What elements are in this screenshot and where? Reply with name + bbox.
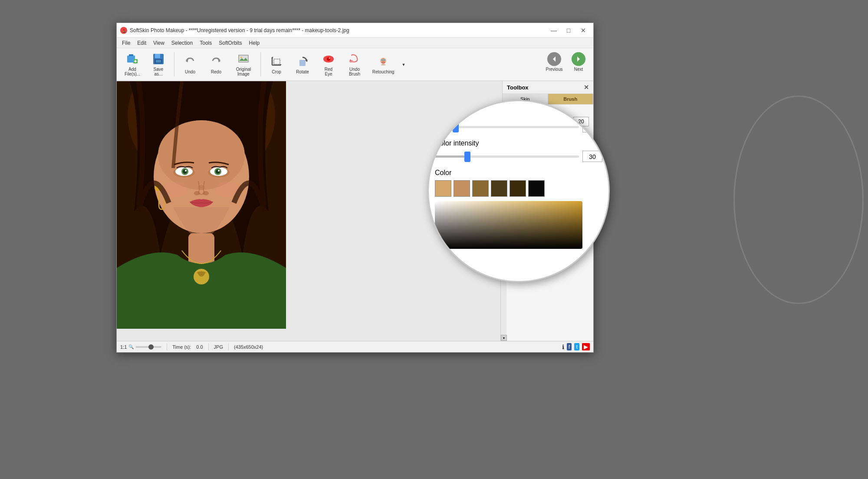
menu-edit[interactable]: Edit [134,39,150,47]
add-files-button[interactable]: Add File(s)... [120,50,145,78]
save-as-button[interactable]: Save as... [146,50,171,78]
app-icon: 💄 [120,27,127,34]
original-image-button[interactable]: Original Image [230,50,257,78]
mag-swatch-2[interactable] [454,180,470,197]
add-files-label: Add File(s)... [125,67,140,76]
mag-radius-slider[interactable] [435,126,579,128]
image-dimensions: (435x650x24) [234,344,263,350]
time-value: 0.0 [196,344,203,350]
mag-color-label: Color [435,169,602,177]
status-icons: ℹ f t ▶ [562,343,590,350]
menu-help[interactable]: Help [246,39,263,47]
svg-point-29 [384,59,385,61]
scroll-down-button[interactable]: ▼ [501,335,507,341]
facebook-icon[interactable]: f [567,343,572,350]
redo-button[interactable]: Redo [204,50,228,78]
menu-bar: File Edit View Selection Tools SoftOrbit… [117,38,593,48]
youtube-icon[interactable]: ▶ [582,343,590,350]
red-eye-button[interactable]: Red Eye [316,50,341,78]
svg-point-28 [381,59,383,61]
status-sep-3 [228,344,229,350]
svg-point-46 [218,170,220,172]
svg-rect-6 [155,54,160,58]
svg-marker-31 [577,56,580,62]
toolbar: Add File(s)... Save as... [117,48,593,81]
retouching-button[interactable]: Retouching [368,50,398,78]
zoom-icon: 🔍 [128,344,134,349]
red-eye-icon [322,52,335,66]
close-button[interactable]: ✕ [577,26,590,35]
status-sep-1 [167,344,167,350]
svg-marker-30 [553,56,556,62]
menu-tools[interactable]: Tools [196,39,215,47]
mag-swatch-5[interactable] [510,180,526,197]
prev-circle-icon [547,52,561,66]
svg-rect-16 [274,59,280,64]
toolbox-close-button[interactable]: ✕ [584,84,589,91]
dropdown-button[interactable]: ▼ [400,58,408,72]
svg-point-49 [203,191,209,195]
svg-point-48 [194,191,200,195]
toolbar-right: Previous Next [543,50,590,78]
next-button[interactable]: Next [567,50,590,78]
mag-swatch-4[interactable] [491,180,507,197]
status-sep-2 [208,344,209,350]
original-image-icon [237,52,250,66]
next-label: Next [574,67,583,72]
svg-point-41 [183,169,187,174]
original-image-label: Original Image [236,67,251,76]
crop-button[interactable]: Crop [264,50,289,78]
svg-rect-1 [129,54,133,56]
rotate-label: Rotate [296,69,309,74]
zoom-slider[interactable] [135,346,161,348]
mag-color-picker[interactable] [435,201,582,249]
svg-rect-20 [299,60,306,66]
mag-radius-row: 20 [435,121,602,132]
tab-brush[interactable]: Brush [548,94,594,104]
undo-brush-button[interactable]: Undo Brush [342,50,367,78]
twitter-icon[interactable]: t [574,343,579,350]
undo-brush-label: Undo Brush [349,67,360,76]
separator-2 [260,52,261,76]
menu-selection[interactable]: Selection [168,39,196,47]
retouching-label: Retouching [372,69,395,74]
photo-canvas [117,81,286,329]
svg-rect-8 [156,60,161,63]
undo-icon [183,55,197,69]
minimize-button[interactable]: — [547,26,560,35]
mag-intensity-row: 30 [435,151,602,162]
magnifier-circle: Radius 20 Color intensity 30 Color [427,100,610,282]
svg-point-42 [185,170,187,172]
crop-icon [270,55,283,69]
mag-intensity-slider[interactable] [435,155,579,158]
redo-icon [209,55,223,69]
mag-radius-thumb[interactable] [453,122,459,132]
image-format: JPG [214,344,223,350]
svg-point-45 [216,169,220,174]
toolbox-header: Toolbox ✕ [503,81,593,94]
info-icon: ℹ [562,344,564,350]
save-icon [151,52,165,66]
maximize-button[interactable]: □ [562,26,575,35]
status-bar: 1:1 🔍 Time (s): 0.0 JPG (435x650x24) ℹ f… [117,341,593,352]
mag-intensity-label: Color intensity [435,139,602,147]
menu-view[interactable]: View [150,39,168,47]
mag-swatch-6[interactable] [528,180,545,197]
window-controls: — □ ✕ [547,26,590,35]
previous-label: Previous [546,67,563,72]
menu-file[interactable]: File [118,39,134,47]
redo-label: Redo [211,69,221,74]
zoom-level: 1:1 [120,344,127,350]
menu-softorbits[interactable]: SoftOrbits [215,39,245,47]
previous-button[interactable]: Previous [543,50,566,78]
mag-swatch-1[interactable] [435,180,451,197]
mag-intensity-thumb[interactable] [464,152,470,162]
rotate-button[interactable]: Rotate [290,50,315,78]
svg-marker-17 [271,56,273,58]
mag-swatch-3[interactable] [472,180,489,197]
next-circle-icon [572,52,585,66]
svg-point-23 [329,58,330,59]
undo-button[interactable]: Undo [178,50,202,78]
mag-intensity-value[interactable]: 30 [582,151,602,162]
title-bar: 💄 SoftSkin Photo Makeup - ****Unregister… [117,23,593,38]
